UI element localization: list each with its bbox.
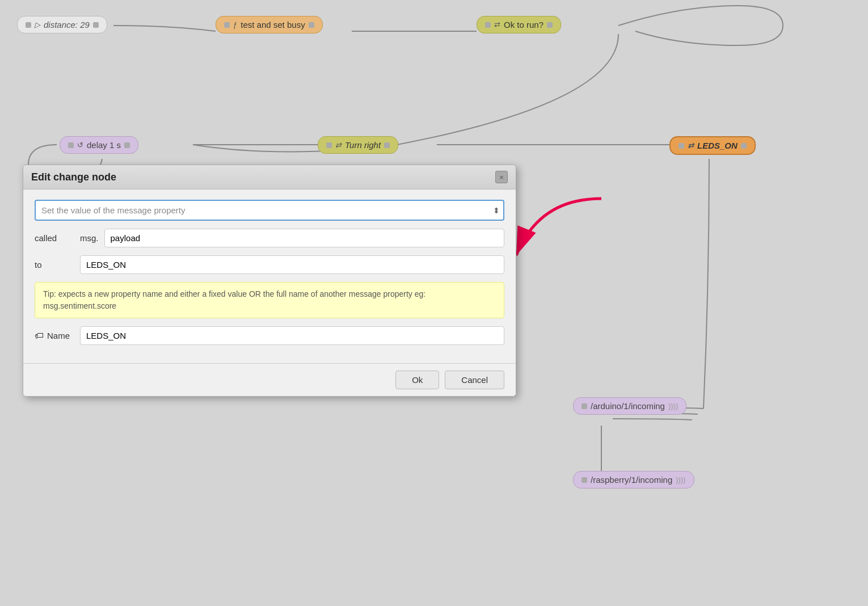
select-wrapper: Set the value of the message property ⬍	[35, 200, 504, 221]
dialog-close-button[interactable]: ×	[495, 171, 508, 183]
node-distance-label: distance: 29	[44, 20, 90, 30]
node-okrun-in-port	[485, 22, 491, 28]
node-delay-label: delay 1 s	[87, 140, 121, 150]
name-label-container: 🏷 Name	[35, 331, 74, 341]
node-arduino[interactable]: /arduino/1/incoming ))))	[573, 397, 686, 415]
node-arduino-wave-icon: ))))	[668, 402, 678, 410]
action-select[interactable]: Set the value of the message property	[35, 200, 504, 221]
node-ledson-in-port	[679, 143, 684, 149]
node-distance[interactable]: ▷ distance: 29	[17, 16, 107, 33]
node-turnright[interactable]: ⇄ Turn right	[318, 136, 398, 154]
node-okrun[interactable]: ⇄ Ok to run?	[477, 16, 561, 33]
to-input[interactable]	[80, 255, 504, 274]
node-ledson-label: LEDS_ON	[697, 141, 738, 150]
node-test-label: test and set busy	[241, 20, 305, 30]
called-label: called	[35, 233, 74, 243]
dialog-footer: Ok Cancel	[23, 363, 516, 396]
tag-icon: 🏷	[35, 331, 44, 341]
cancel-button[interactable]: Cancel	[445, 371, 504, 389]
node-distance-out-port	[93, 22, 99, 28]
node-delay-icon: ↺	[77, 141, 83, 149]
node-delay-in-port	[68, 142, 74, 148]
node-test[interactable]: ƒ test and set busy	[216, 16, 323, 33]
dialog-body: Set the value of the message property ⬍ …	[23, 190, 516, 363]
dialog-header: Edit change node ×	[23, 165, 516, 190]
dropdown-row: Set the value of the message property ⬍	[35, 200, 504, 221]
name-input[interactable]	[80, 326, 504, 345]
node-distance-in-port	[26, 22, 31, 28]
node-turnright-icon: ⇄	[335, 141, 342, 149]
node-ledson-out-port	[741, 143, 747, 149]
node-arduino-in-port	[582, 403, 587, 409]
tip-text: Tip: expects a new property name and eit…	[43, 289, 425, 310]
node-ledson-icon: ⇄	[688, 141, 694, 150]
node-raspberry-wave-icon: ))))	[676, 475, 685, 484]
ok-button[interactable]: Ok	[395, 371, 439, 389]
tip-box: Tip: expects a new property name and eit…	[35, 282, 504, 318]
node-turnright-out-port	[384, 142, 390, 148]
node-raspberry[interactable]: /raspberry/1/incoming ))))	[573, 471, 694, 489]
node-test-in-port	[224, 22, 230, 28]
msg-prefix: msg.	[80, 233, 99, 243]
node-delay-out-port	[124, 142, 130, 148]
name-row: 🏷 Name	[35, 326, 504, 345]
payload-input[interactable]	[104, 229, 504, 247]
node-raspberry-in-port	[582, 477, 587, 483]
to-row: to	[35, 255, 504, 274]
node-okrun-icon: ⇄	[494, 20, 500, 29]
node-okrun-label: Ok to run?	[504, 20, 543, 30]
node-test-out-port	[309, 22, 314, 28]
to-label: to	[35, 260, 74, 270]
node-arduino-label: /arduino/1/incoming	[591, 401, 665, 411]
node-test-icon: ƒ	[233, 20, 237, 29]
node-raspberry-label: /raspberry/1/incoming	[591, 475, 672, 485]
name-label-text: Name	[47, 331, 70, 340]
node-distance-icon: ▷	[35, 20, 40, 29]
node-ledson[interactable]: ⇄ LEDS_ON	[669, 136, 756, 155]
node-turnright-in-port	[326, 142, 332, 148]
node-okrun-out-port	[547, 22, 553, 28]
node-turnright-label: Turn right	[345, 140, 381, 150]
node-delay[interactable]: ↺ delay 1 s	[60, 136, 138, 154]
dialog-title: Edit change node	[31, 171, 116, 183]
called-row: called msg.	[35, 229, 504, 247]
edit-change-node-dialog: Edit change node × Set the value of the …	[23, 165, 516, 397]
